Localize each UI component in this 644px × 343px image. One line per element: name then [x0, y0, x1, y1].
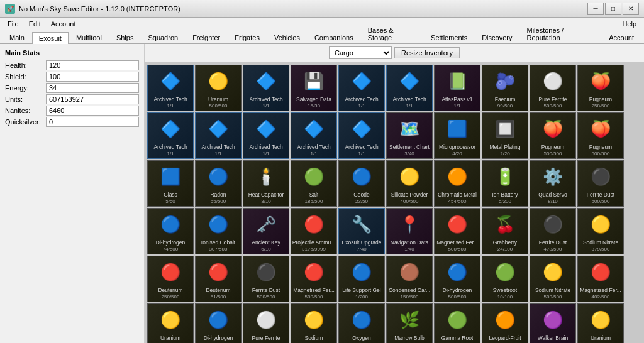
- inventory-cell[interactable]: 🟡Sodium Nitrate500/500: [530, 256, 576, 302]
- inventory-cell[interactable]: 🍑Pugneum500/500: [577, 112, 624, 159]
- inventory-cell[interactable]: 🗝️Ancient Key6/10: [243, 208, 289, 254]
- inventory-cell[interactable]: 🔷Archived Tech1/1: [243, 65, 289, 111]
- quicksilver-input[interactable]: [46, 117, 139, 127]
- inventory-cell[interactable]: 🔵Oxygen131/500: [338, 303, 385, 343]
- item-count: 500/500: [448, 246, 467, 252]
- inventory-cell[interactable]: 🔴Magnetised Fer...402/500: [577, 256, 624, 302]
- tab-multitool[interactable]: Multitool: [69, 31, 109, 43]
- item-icon: 🟦: [157, 163, 184, 190]
- item-count: 500/500: [305, 294, 323, 300]
- inventory-cell[interactable]: 🔷Archived Tech1/1: [338, 112, 385, 159]
- tab-frigates[interactable]: Frigates: [228, 31, 267, 43]
- resize-inventory-button[interactable]: Resize Inventory: [394, 47, 460, 58]
- inventory-cell[interactable]: 🔵Di-hydrogen500/500: [195, 303, 242, 343]
- menu-edit[interactable]: Edit: [24, 19, 46, 29]
- item-name: Metal Plating: [489, 144, 520, 150]
- inventory-cell[interactable]: 🟡Sodium Nitrate379/500: [577, 208, 624, 254]
- inventory-cell[interactable]: 🗺️Settlement Chart3/40: [386, 112, 433, 159]
- inventory-cell[interactable]: ⚫Ferrite Dust500/500: [243, 256, 289, 302]
- inventory-cell[interactable]: 🔷Archived Tech1/1: [243, 112, 289, 159]
- tab-discovery[interactable]: Discovery: [475, 31, 519, 43]
- tab-account[interactable]: Account: [602, 31, 641, 43]
- maximize-button[interactable]: □: [605, 3, 621, 15]
- inventory-cell[interactable]: 🔷Archived Tech1/1: [291, 112, 337, 159]
- inventory-cell[interactable]: 🔷Archived Tech1/1: [338, 65, 385, 111]
- tab-main[interactable]: Main: [3, 31, 31, 43]
- inventory-cell[interactable]: 🟦Glass5/50: [147, 160, 194, 207]
- inventory-cell[interactable]: 🟡Uranium500/500: [577, 303, 624, 343]
- item-icon: 🕯️: [252, 163, 280, 190]
- shield-input[interactable]: [46, 72, 139, 82]
- inventory-cell[interactable]: 🔵Geode23/50: [338, 160, 385, 207]
- inventory-cell[interactable]: 🟢Gamma Root73/500: [434, 303, 480, 343]
- inventory-cell[interactable]: 🔷Archived Tech1/1: [147, 112, 194, 159]
- inventory-cell[interactable]: 🍒Grahberry24/100: [482, 208, 528, 254]
- inventory-cell[interactable]: 🔧Exosuit Upgrade7/40: [338, 208, 385, 254]
- menu-help[interactable]: Help: [617, 19, 641, 29]
- energy-input[interactable]: [46, 83, 139, 93]
- inventory-cell[interactable]: 🌿Marrow Bulb90/500: [386, 303, 433, 343]
- inventory-cell[interactable]: 🔵Ionised Cobalt307/500: [195, 208, 242, 254]
- inventory-cell[interactable]: 🟡Silicate Powder400/500: [386, 160, 433, 207]
- health-input[interactable]: [46, 60, 139, 70]
- inventory-cell[interactable]: 🍑Pugneum500/500: [530, 112, 576, 159]
- inventory-area[interactable]: 🔷Archived Tech1/1🟡Uranium500/500🔷Archive…: [145, 62, 644, 343]
- inventory-cell[interactable]: 🟤Condensed Car...150/500: [386, 256, 433, 302]
- tab-squadron[interactable]: Squadron: [141, 31, 185, 43]
- inventory-cell[interactable]: 🫐Faecium99/500: [482, 65, 528, 111]
- tab-freighter[interactable]: Freighter: [186, 31, 227, 43]
- inventory-cell[interactable]: 🟡Uranium147/500: [147, 303, 194, 343]
- close-button[interactable]: ✕: [623, 3, 639, 15]
- inventory-cell[interactable]: 📗AtlasPass v11/1: [434, 65, 480, 111]
- inventory-cell[interactable]: 🟡Sodium239/500: [291, 303, 337, 343]
- inventory-cell[interactable]: 🔵Life Support Gel1/200: [338, 256, 385, 302]
- cargo-select[interactable]: Cargo General Technology: [329, 46, 392, 59]
- inventory-cell[interactable]: 🔵Radon55/500: [195, 160, 242, 207]
- units-input[interactable]: [46, 94, 139, 104]
- inventory-cell[interactable]: 🔵Di-hydrogen74/500: [147, 208, 194, 254]
- inventory-cell[interactable]: 🟠Chromatic Metal454/500: [434, 160, 480, 207]
- inventory-cell[interactable]: 🔲Metal Plating2/20: [482, 112, 528, 159]
- item-name: Sodium Nitrate: [535, 287, 570, 293]
- tab-companions[interactable]: Companions: [308, 31, 360, 43]
- inventory-cell[interactable]: 🔋Ion Battery5/200: [482, 160, 528, 207]
- item-name: Marrow Bulb: [394, 335, 425, 341]
- inventory-cell[interactable]: 🟦Microprocessor4/20: [434, 112, 480, 159]
- inventory-cell[interactable]: ⚫Ferrite Dust478/500: [530, 208, 576, 254]
- tab-bases-storage[interactable]: Bases & Storage: [361, 24, 423, 43]
- nanites-input[interactable]: [46, 106, 139, 116]
- inventory-cell[interactable]: 🔴Projectile Ammu...3175/9999: [291, 208, 337, 254]
- tab-exosuit[interactable]: Exosuit: [32, 32, 69, 44]
- tab-settlements[interactable]: Settlements: [424, 31, 474, 43]
- minimize-button[interactable]: ─: [587, 3, 604, 15]
- item-icon: 🟡: [587, 306, 614, 334]
- inventory-cell[interactable]: 💾Salvaged Data15/30: [291, 65, 337, 111]
- inventory-cell[interactable]: 🔷Archived Tech1/1: [147, 65, 194, 111]
- inventory-cell[interactable]: 🟣Walker Brain2/10: [530, 303, 576, 343]
- app-icon: 🚀: [5, 4, 15, 14]
- inventory-cell[interactable]: 📍Navigation Data1/40: [386, 208, 433, 254]
- item-name: Life Support Gel: [342, 287, 380, 293]
- tab-ships[interactable]: Ships: [109, 31, 141, 43]
- inventory-cell[interactable]: 🔷Archived Tech1/1: [195, 112, 242, 159]
- inventory-cell[interactable]: 🔴Deuterium51/500: [195, 256, 242, 302]
- tab-vehicles[interactable]: Vehicles: [267, 31, 307, 43]
- menu-file[interactable]: File: [3, 19, 24, 29]
- tab-milestones[interactable]: Milestones / Reputation: [519, 24, 601, 43]
- inventory-cell[interactable]: 🟢Sweetroot10/100: [482, 256, 528, 302]
- inventory-cell[interactable]: ⚫Ferrite Dust500/500: [577, 160, 624, 207]
- inventory-cell[interactable]: ⚪Pure Ferrite500/500: [243, 303, 289, 343]
- inventory-cell[interactable]: ⚙️Quad Servo8/10: [530, 160, 576, 207]
- inventory-cell[interactable]: 🟢Salt185/500: [291, 160, 337, 207]
- inventory-cell[interactable]: 🟠Leopard-Fruit1/100: [482, 303, 528, 343]
- inventory-cell[interactable]: 🔵Di-hydrogen500/500: [434, 256, 480, 302]
- inventory-cell[interactable]: 🔷Archived Tech1/1: [386, 65, 433, 111]
- inventory-cell[interactable]: 🟡Uranium500/500: [195, 65, 242, 111]
- menu-account[interactable]: Account: [46, 19, 81, 29]
- inventory-cell[interactable]: 🔴Magnetised Fer...500/500: [434, 208, 480, 254]
- inventory-cell[interactable]: 🕯️Heat Capacitor3/10: [243, 160, 289, 207]
- inventory-cell[interactable]: 🔴Magnetised Fer...500/500: [291, 256, 337, 302]
- inventory-cell[interactable]: ⚪Pure Ferrite500/500: [530, 65, 576, 111]
- inventory-cell[interactable]: 🔴Deuterium250/500: [147, 256, 194, 302]
- inventory-cell[interactable]: 🍑Pugneum258/500: [577, 65, 624, 111]
